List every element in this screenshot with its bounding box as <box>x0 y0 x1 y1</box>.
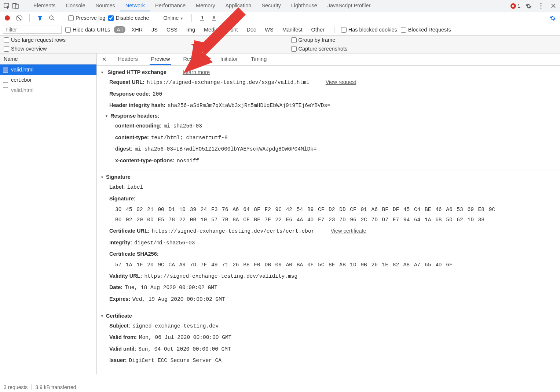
header-integrity-row: Header integrity hash:sha256-aSdRm3m7qXt… <box>97 100 560 111</box>
sig-date-row: Date:Tue, 18 Aug 2020 00:00:02 GMT <box>97 282 560 293</box>
upload-icon[interactable] <box>198 14 206 22</box>
cert-subject-row: Subject:signed-exchange-testing.dev <box>97 320 560 332</box>
cert-sha256-row: Certificate SHA256: <box>97 248 560 260</box>
type-filter-css[interactable]: CSS <box>164 26 180 33</box>
tab-javascript-profiler[interactable]: JavaScript Profiler <box>322 0 376 11</box>
panel-tabs: ElementsConsoleSourcesNetworkPerformance… <box>28 0 510 11</box>
filter-icon[interactable] <box>36 14 44 22</box>
status-requests: 3 requests <box>4 384 28 390</box>
large-rows-checkbox[interactable]: Use large request rows <box>4 37 269 43</box>
type-filter-media[interactable]: Media <box>201 26 222 33</box>
detail-tabs: ✕ HeadersPreviewResponseInitiatorTiming <box>97 53 560 66</box>
main-area: Name valid.htmlcert.cborvalid.html ✕ Hea… <box>0 53 560 374</box>
cert-issuer-row: Issuer:DigiCert ECC Secure Server CA <box>97 355 560 366</box>
tab-network[interactable]: Network <box>120 0 150 11</box>
request-row[interactable]: valid.html <box>0 64 96 75</box>
type-filter-other[interactable]: Other <box>308 26 327 33</box>
view-certificate-link[interactable]: View certificate <box>330 228 366 234</box>
hide-data-urls-checkbox[interactable]: Hide data URLs <box>65 27 110 33</box>
view-request-link[interactable]: View request <box>326 79 356 85</box>
devtools-top-bar: ElementsConsoleSourcesNetworkPerformance… <box>0 0 560 12</box>
request-row[interactable]: cert.cbor <box>0 75 96 85</box>
close-detail-icon[interactable]: ✕ <box>100 56 109 62</box>
signature-section: Signature Label:label Signature: 30 45 0… <box>97 170 560 309</box>
kebab-icon[interactable] <box>537 1 545 10</box>
request-name: valid.html <box>11 67 33 73</box>
detail-tab-initiator[interactable]: Initiator <box>219 54 239 65</box>
learn-more-link[interactable]: Learn more <box>183 69 210 75</box>
error-count-badge[interactable]: ✕1 <box>510 3 520 9</box>
has-blocked-cookies-checkbox[interactable]: Has blocked cookies <box>341 27 397 33</box>
separator <box>23 2 23 10</box>
detail-tab-timing[interactable]: Timing <box>249 54 268 65</box>
type-filter-font[interactable]: Font <box>224 26 241 33</box>
type-filter-all[interactable]: All <box>114 26 125 33</box>
tab-console[interactable]: Console <box>61 0 90 11</box>
gear-icon[interactable] <box>524 1 533 10</box>
group-by-frame-checkbox[interactable]: Group by frame <box>291 37 557 43</box>
search-icon[interactable] <box>47 14 56 22</box>
type-filter-img[interactable]: Img <box>183 26 198 33</box>
preserve-log-checkbox[interactable]: Preserve log <box>68 15 105 21</box>
integrity-row: Integrity:digest/mi-sha256-03 <box>97 237 560 249</box>
signature-section-title[interactable]: Signature <box>97 173 560 181</box>
request-name: valid.html <box>11 87 33 93</box>
network-options-bar: Use large request rows Show overview Gro… <box>0 36 560 53</box>
cert-url-row: Certificate URL:https://signed-exchange-… <box>97 225 560 237</box>
document-icon <box>3 77 8 83</box>
inspect-icon[interactable] <box>2 1 11 10</box>
tab-security[interactable]: Security <box>256 0 286 11</box>
detail-tab-preview[interactable]: Preview <box>150 54 172 65</box>
device-toggle-icon[interactable] <box>11 1 20 10</box>
network-settings-gear-icon[interactable] <box>548 14 557 22</box>
filter-input[interactable] <box>3 26 62 34</box>
download-icon[interactable] <box>209 14 218 22</box>
signature-hex-1: 30 45 02 21 00 D1 10 39 24 F3 76 A6 64 8… <box>97 204 560 215</box>
svg-point-6 <box>50 16 53 19</box>
requests-header[interactable]: Name <box>0 53 96 64</box>
capture-screenshots-checkbox[interactable]: Capture screenshots <box>291 46 557 52</box>
close-icon[interactable] <box>549 1 558 10</box>
detail-tab-headers[interactable]: Headers <box>116 54 139 65</box>
separator <box>191 14 192 22</box>
response-header-row: x-content-type-options:nosniff <box>97 155 560 167</box>
type-filter-xhr[interactable]: XHR <box>128 26 146 33</box>
svg-line-7 <box>53 19 54 21</box>
detail-tab-response[interactable]: Response <box>182 54 208 65</box>
separator <box>62 14 62 22</box>
disable-cache-checkbox[interactable]: Disable cache <box>108 15 149 21</box>
certificate-section-title[interactable]: Certificate <box>97 311 560 320</box>
tab-lighthouse[interactable]: Lighthouse <box>286 0 322 11</box>
svg-point-4 <box>540 5 541 6</box>
cert-sha256-hex: 57 1A 1F 20 9C CA A9 7D 7F 49 71 26 BE F… <box>97 260 560 270</box>
network-filter-bar: Hide data URLs AllXHRJSCSSImgMediaFontDo… <box>0 24 560 36</box>
request-row[interactable]: valid.html <box>0 85 96 95</box>
tab-performance[interactable]: Performance <box>150 0 191 11</box>
throttling-select[interactable]: Online▼ <box>161 15 186 21</box>
type-filter-ws[interactable]: WS <box>262 26 276 33</box>
type-filter-manifest[interactable]: Manifest <box>279 26 305 33</box>
blocked-requests-checkbox[interactable]: Blocked Requests <box>401 27 451 33</box>
sig-expires-row: Expires:Wed, 19 Aug 2020 00:00:02 GMT <box>97 293 560 305</box>
tab-elements[interactable]: Elements <box>28 0 61 11</box>
separator <box>155 14 155 22</box>
sxg-section-title[interactable]: Signed HTTP exchange Learn more <box>97 68 560 77</box>
separator <box>29 14 30 22</box>
separator <box>334 26 334 33</box>
document-icon <box>3 87 8 93</box>
signature-hex-2: B0 02 20 0D E5 78 22 0B 10 57 7B 8A CF B… <box>97 215 560 225</box>
response-headers-subhead[interactable]: Response headers: <box>97 111 560 120</box>
type-filter-doc[interactable]: Doc <box>244 26 259 33</box>
tab-memory[interactable]: Memory <box>191 0 220 11</box>
type-filter-js[interactable]: JS <box>149 26 161 33</box>
tab-sources[interactable]: Sources <box>91 0 120 11</box>
response-header-row: content-encoding:mi-sha256-03 <box>97 120 560 132</box>
resource-type-filters: AllXHRJSCSSImgMediaFontDocWSManifestOthe… <box>114 26 327 33</box>
svg-rect-2 <box>15 4 18 8</box>
show-overview-checkbox[interactable]: Show overview <box>4 46 269 52</box>
response-header-row: digest:mi-sha256-03=LB7wdlHO51Z1Ze600lbY… <box>97 143 560 155</box>
clear-button[interactable] <box>15 14 23 22</box>
record-button[interactable] <box>3 14 12 22</box>
validity-url-row: Validity URL:https://signed-exchange-tes… <box>97 270 560 282</box>
tab-application[interactable]: Application <box>220 0 256 11</box>
